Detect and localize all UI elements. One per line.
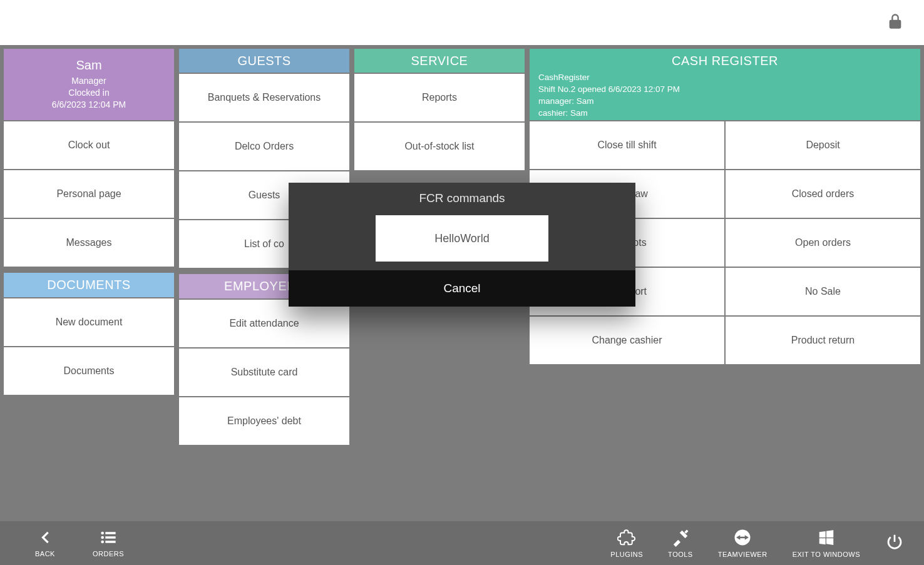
back-button[interactable]: BACK xyxy=(35,529,55,557)
cash-register-name: CashRegister xyxy=(538,72,911,84)
top-bar xyxy=(0,0,924,45)
modal-title: FCR commands xyxy=(289,183,635,215)
user-timestamp: 6/6/2023 12:04 PM xyxy=(52,99,126,111)
documents-header: DOCUMENTS xyxy=(4,273,174,297)
closed-orders-button[interactable]: Closed orders xyxy=(726,170,920,218)
cash-manager-line: manager: Sam xyxy=(538,96,911,108)
fcr-commands-modal: FCR commands HelloWorld Cancel xyxy=(289,183,635,307)
cash-shift-line: Shift No.2 opened 6/6/2023 12:07 PM xyxy=(538,84,911,96)
documents-button[interactable]: Documents xyxy=(4,347,174,395)
close-till-shift-button[interactable]: Close till shift xyxy=(530,121,724,169)
chevron-left-icon xyxy=(36,529,54,547)
open-orders-button[interactable]: Open orders xyxy=(726,219,920,267)
svg-rect-1 xyxy=(105,532,115,534)
out-of-stock-button[interactable]: Out-of-stock list xyxy=(354,123,525,170)
modal-cancel-button[interactable]: Cancel xyxy=(289,270,635,307)
personal-page-button[interactable]: Personal page xyxy=(4,170,174,218)
cash-register-title: CASH REGISTER xyxy=(538,54,911,68)
no-sale-button[interactable]: No Sale xyxy=(726,268,920,315)
svg-point-2 xyxy=(101,536,104,539)
orders-label: ORDERS xyxy=(93,550,124,557)
service-header: SERVICE xyxy=(354,49,525,73)
orders-button[interactable]: ORDERS xyxy=(93,529,124,557)
svg-rect-5 xyxy=(105,541,115,543)
cash-register-header: CASH REGISTER CashRegister Shift No.2 op… xyxy=(530,49,920,120)
svg-point-4 xyxy=(101,541,104,544)
reports-button[interactable]: Reports xyxy=(354,74,525,121)
substitute-card-button[interactable]: Substitute card xyxy=(179,349,349,396)
product-return-button[interactable]: Product return xyxy=(726,317,920,364)
user-status: Clocked in xyxy=(68,87,109,99)
workspace: Sam Manager Clocked in 6/6/2023 12:04 PM… xyxy=(0,45,924,521)
plugins-button[interactable]: PLUGINS xyxy=(610,528,643,558)
back-label: BACK xyxy=(35,550,55,557)
cash-cashier-line: cashier: Sam xyxy=(538,108,911,120)
edit-attendance-button[interactable]: Edit attendance xyxy=(179,300,349,347)
list-icon xyxy=(98,529,119,547)
lock-icon[interactable] xyxy=(886,13,904,33)
footer-bar: BACK ORDERS PLUGINS TOOLS TEAMVIEWER xyxy=(0,521,924,565)
delco-orders-button[interactable]: Delco Orders xyxy=(179,123,349,170)
banquets-button[interactable]: Banquets & Reservations xyxy=(179,74,349,121)
modal-option-helloworld[interactable]: HelloWorld xyxy=(376,215,548,262)
svg-rect-3 xyxy=(105,536,115,539)
teamviewer-label: TEAMVIEWER xyxy=(718,551,767,558)
tools-label: TOOLS xyxy=(668,551,693,558)
user-card: Sam Manager Clocked in 6/6/2023 12:04 PM xyxy=(4,49,174,120)
power-icon xyxy=(885,542,904,553)
user-role: Manager xyxy=(71,75,106,87)
exit-to-windows-button[interactable]: EXIT TO WINDOWS xyxy=(793,528,860,558)
guests-header: GUESTS xyxy=(179,49,349,73)
puzzle-icon xyxy=(617,528,636,548)
deposit-button[interactable]: Deposit xyxy=(726,121,920,169)
user-name: Sam xyxy=(76,58,101,73)
power-button[interactable] xyxy=(885,532,904,554)
plugins-label: PLUGINS xyxy=(610,551,643,558)
new-document-button[interactable]: New document xyxy=(4,298,174,346)
teamviewer-button[interactable]: TEAMVIEWER xyxy=(718,528,767,558)
teamviewer-icon xyxy=(733,528,752,548)
svg-point-0 xyxy=(101,532,104,535)
exit-label: EXIT TO WINDOWS xyxy=(793,551,860,558)
tools-icon xyxy=(671,528,690,548)
clock-out-button[interactable]: Clock out xyxy=(4,121,174,169)
change-cashier-button[interactable]: Change cashier xyxy=(530,317,724,364)
employees-debt-button[interactable]: Employees' debt xyxy=(179,397,349,445)
tools-button[interactable]: TOOLS xyxy=(668,528,693,558)
messages-button[interactable]: Messages xyxy=(4,219,174,267)
windows-icon xyxy=(817,528,836,548)
